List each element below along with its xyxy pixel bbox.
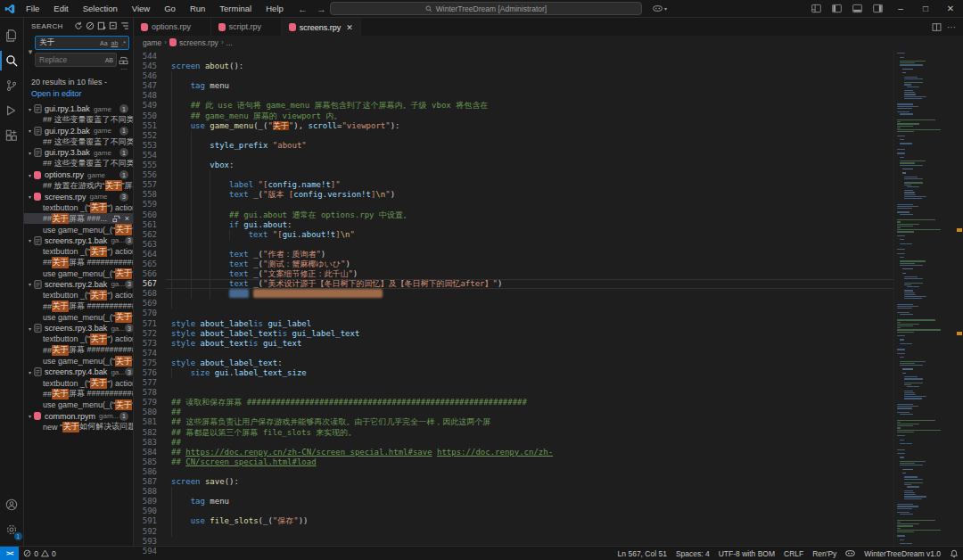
code-line-593[interactable] [166, 537, 893, 546]
tree-file-gui.rpy.1.bak[interactable]: ▾gui.rpy.1.bakgame1 [24, 103, 133, 114]
toggle-replace-chevron-icon[interactable]: ▾ [26, 36, 35, 67]
code-line-549[interactable]: ## 此 use 语句将 game_menu 屏幕包含到了这个屏幕内。子级 vb… [166, 101, 893, 111]
code-line-564[interactable]: text _("作者：质询者") [166, 250, 893, 259]
search-match-row[interactable]: textbutton _("关于") action ... [24, 202, 133, 213]
code-line-562[interactable]: text "[gui.about!t]\n" [166, 230, 893, 240]
menu-go[interactable]: Go [158, 2, 182, 15]
breadcrumb-item[interactable]: screens.rpy [179, 38, 218, 47]
code-line-558[interactable]: text _("版本 [config.version!t]\n") [166, 190, 893, 200]
code-line-567[interactable]: text _("美术设计源于【冬日树下的回忆】及【冬日树下的回忆after】") [166, 279, 893, 289]
match-case-icon[interactable]: Aa [99, 40, 109, 46]
menu-selection[interactable]: Selection [77, 2, 124, 15]
code-line-551[interactable]: use game_menu(_("关于"), scroll="viewport"… [166, 121, 893, 131]
code-line-563[interactable] [166, 240, 893, 250]
code-line-544[interactable] [166, 52, 893, 62]
search-match-row[interactable]: use game_menu(_("关于"), s... [24, 268, 133, 279]
nav-back-icon[interactable]: ← [298, 4, 308, 14]
status-utf8[interactable]: UTF-8 with BOM [714, 547, 779, 560]
toggle-panel-icon[interactable] [847, 4, 868, 13]
code-line-572[interactable]: style about_label_textis gui_label_text [166, 329, 893, 339]
search-match-row[interactable]: textbutton _("关于") action ... [24, 334, 133, 344]
code-line-566[interactable]: text _("文案细节修正：此千山") [166, 269, 893, 279]
whole-word-icon[interactable]: ab [111, 40, 119, 46]
code-line-573[interactable]: style about_textis gui_text [166, 339, 893, 349]
tab-options.rpy[interactable]: options.rpy✕ [134, 18, 211, 36]
code-line-588[interactable] [166, 487, 893, 497]
code-line-591[interactable]: use file_slots(_("保存")) [166, 516, 893, 526]
search-match-row[interactable]: ## 放置在游戏内“关于”屏幕... [24, 180, 133, 191]
code-line-553[interactable]: style_prefix "about" [166, 141, 893, 151]
code-line-556[interactable] [166, 170, 893, 180]
code-line-576[interactable]: size gui.label_text_size [166, 368, 893, 378]
search-match-row[interactable]: ## 关于屏幕 ############... [24, 257, 133, 268]
clear-results-icon[interactable] [86, 21, 95, 30]
status-crlf[interactable]: CRLF [779, 547, 808, 560]
activity-explorer-icon[interactable] [0, 23, 24, 48]
code-line-569[interactable] [166, 299, 893, 309]
search-match-row[interactable]: textbutton _("关于") action ... [24, 246, 133, 257]
activity-search-icon[interactable] [0, 48, 24, 73]
tree-file-screens.rpy.3.bak[interactable]: ▾screens.rpy.3.bakga...3 [24, 323, 133, 334]
code-line-592[interactable] [166, 527, 893, 537]
minimap[interactable] [893, 49, 956, 546]
menu-terminal[interactable]: Terminal [213, 2, 258, 15]
search-match-row[interactable]: ## 关于屏幕 ############... [24, 389, 133, 399]
notifications-bell-icon[interactable] [945, 547, 963, 560]
tab-screens.rpy[interactable]: screens.rpy✕ [282, 18, 361, 36]
tree-file-gui.rpy.3.bak[interactable]: ▾gui.rpy.3.bakgame1 [24, 147, 133, 158]
tree-file-screens.rpy.4.bak[interactable]: ▾screens.rpy.4.bakga...3 [24, 366, 133, 377]
search-match-row[interactable]: ## 这些变量覆盖了不同类... [24, 136, 133, 147]
regex-icon[interactable]: .* [120, 40, 127, 46]
tree-file-screens.rpy.2.bak[interactable]: ▾screens.rpy.2.bakga...3 [24, 279, 133, 290]
preserve-case-icon[interactable]: AB [104, 57, 114, 63]
tab-script.rpy[interactable]: script.rpy✕ [211, 18, 282, 36]
tree-file-gui.rpy.2.bak[interactable]: ▾gui.rpy.2.bakgame1 [24, 126, 133, 136]
maximize-button[interactable]: □ [913, 0, 938, 18]
search-match-row[interactable]: textbutton _("关于") action ... [24, 290, 133, 301]
search-match-row[interactable]: new "关于如何解决该问题... [24, 422, 133, 432]
remote-indicator[interactable]: >< [0, 547, 19, 560]
replace-icon[interactable] [112, 214, 121, 223]
status-project-version[interactable]: WinterTreeDream v1.0 [860, 547, 945, 560]
activity-source-control-icon[interactable] [0, 73, 24, 98]
code-line-547[interactable]: tag menu [166, 81, 893, 91]
code-line-548[interactable] [166, 91, 893, 101]
split-editor-icon[interactable] [932, 22, 942, 32]
toggle-secondary-sidebar-icon[interactable] [868, 4, 888, 13]
tree-file-screens.rpy[interactable]: ▾screens.rpygame3 [24, 191, 133, 202]
open-in-editor-link[interactable]: Open in editor [31, 89, 82, 98]
code-line-579[interactable]: ## 读取和保存屏幕 #############################… [166, 398, 893, 408]
breadcrumb-item[interactable]: game [143, 38, 161, 47]
open-new-search-editor-icon[interactable] [97, 21, 106, 30]
search-match-row[interactable]: ## 关于屏幕 ############... [24, 301, 133, 311]
code-line-545[interactable]: screen about(): [166, 62, 893, 71]
refresh-results-icon[interactable] [74, 21, 83, 30]
search-match-row[interactable]: ## 关于屏幕 ############... [24, 345, 133, 356]
code-line-570[interactable] [166, 309, 893, 318]
menu-view[interactable]: View [126, 2, 156, 15]
code-line-550[interactable]: ## game_menu 屏幕的 viewport 内。 [166, 111, 893, 121]
settings-gear-icon[interactable]: 1 [0, 517, 24, 542]
code-line-568[interactable]: ████ ███████████████ ██████████ [166, 289, 893, 299]
status-ln[interactable]: Ln 567, Col 51 [613, 547, 671, 560]
status-spaces[interactable]: Spaces: 4 [671, 547, 714, 560]
activity-extensions-icon[interactable] [0, 123, 24, 148]
search-match-row[interactable]: use game_menu(_("关于"), s... [24, 224, 133, 235]
tree-file-options.rpy[interactable]: ▾options.rpygame1 [24, 169, 133, 180]
code-line-590[interactable] [166, 506, 893, 516]
code-line-560[interactable]: ## gui.about 通常在 options.rpy 中设置。 [166, 210, 893, 220]
code-line-581[interactable]: ## 这些屏幕负责让用户保存游戏并能够再次读取。由于它们几乎完全一样，因此这两个… [166, 417, 893, 427]
code-line-557[interactable]: label "[config.name!t]" [166, 180, 893, 190]
overview-ruler[interactable] [956, 49, 963, 546]
account-icon[interactable] [0, 492, 24, 517]
code-line-561[interactable]: if gui.about: [166, 220, 893, 230]
minimize-button[interactable]: – [888, 0, 913, 18]
search-match-row[interactable]: ## 这些变量覆盖了不同类... [24, 159, 133, 169]
search-input[interactable] [36, 38, 99, 47]
menu-edit[interactable]: Edit [47, 2, 74, 15]
code-line-585[interactable]: ## CN/screen_special.html#load [166, 457, 893, 467]
code-line-555[interactable]: vbox: [166, 161, 893, 170]
tree-file-common.rpym[interactable]: ▾common.rpymgam...1 [24, 410, 133, 421]
search-match-row[interactable]: ## 这些变量覆盖了不同类... [24, 114, 133, 125]
search-match-row[interactable]: ## 关于屏幕 ###...× [24, 213, 133, 224]
